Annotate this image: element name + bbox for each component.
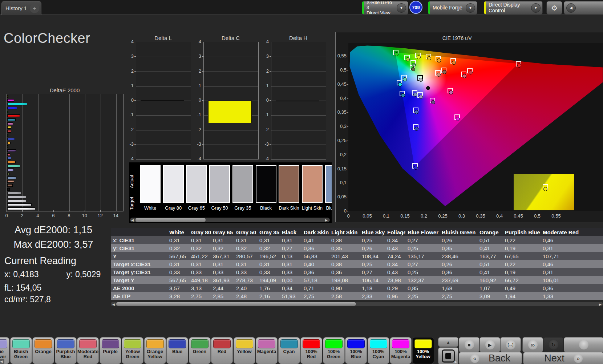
cie-y-tick: 0,15 [336,166,347,171]
add-tab-button[interactable]: + [30,4,39,13]
deltae-chart [7,94,124,211]
scroll-left-icon[interactable]: ◀ [130,218,135,222]
patch-button-yellow[interactable]: Yellow [234,337,255,364]
patch-button-100-magenta[interactable]: 100% Magenta [390,337,412,364]
patch-color-chip [146,339,164,348]
table-cell: 0,31 [234,236,257,244]
blank-button[interactable] [564,337,603,352]
tick-mark [134,56,136,57]
display-dropdown[interactable]: Direct Display Control ▼ [484,1,543,15]
patch-button-moderate-red[interactable]: Moderate Red [77,337,99,364]
cie-measure-dot [427,56,431,60]
stop-button[interactable]: ■ [459,337,479,352]
deltae-bar [7,126,11,129]
cie-measure-dot [419,95,423,99]
settings-button[interactable]: ⚙ [546,1,562,15]
swatch-scrollbar[interactable]: ◀ ▶ [130,218,330,222]
tick-mark [347,141,348,141]
meter-dropdown[interactable]: X-Rite i1Pro 3 Direct View ▼ [362,1,408,15]
patch-button-orange[interactable]: Orange [32,337,54,364]
patch-color-chip [12,339,30,348]
row-label: Y [111,252,167,260]
delta-chart-delta-l [136,42,191,159]
source-dropdown[interactable]: Mobile Forge ▼ [428,1,477,15]
patch-button-green[interactable]: Green [189,337,211,364]
table-cell: 567,65 [167,252,189,260]
patch-button-bluish-green[interactable]: Bluish Green [10,337,32,364]
target-709-badge[interactable]: 709 [409,1,422,14]
patch-button-cyan[interactable]: Cyan [278,337,300,364]
scroll-right-icon[interactable]: ▶ [598,302,603,307]
patch-button-100-green[interactable]: 100% Green [323,337,345,364]
swatch-gray-35 [232,165,253,203]
patch-button-magenta[interactable]: Magenta [256,337,278,364]
table-row: ΔE 20003,573,132,442,401,760,340,710,901… [111,284,603,292]
cie-measure-dot [449,90,453,94]
table-scrollbar-thumb[interactable] [116,302,356,306]
pattern-up-button[interactable]: ▲ [438,337,458,347]
patch-scroll-right-icon[interactable]: ▶ [453,360,458,364]
tick-mark [270,56,271,57]
swatch-blue-sky [325,165,332,203]
deltae-bar [7,138,15,140]
patch-button-100-cyan[interactable]: 100% Cyan [368,337,389,364]
tab-history-1[interactable]: History 1 + [1,1,41,15]
cie-zoom-inset [514,174,574,210]
deltae-bar [7,180,14,183]
scroll-left-icon[interactable]: ◀ [111,302,116,307]
patch-color-chip [0,339,7,348]
patch-button-100-yellow[interactable]: 100% Yellow [412,337,434,364]
cie-measure-dot [414,166,418,170]
table-cell: 567,65 [167,276,189,284]
collapse-panel-button[interactable]: ◀ [564,1,603,15]
row-label: ΔE ITP [111,292,167,300]
next-button[interactable]: Next » [523,352,603,364]
gridline [271,72,326,72]
patch-button-purplish-blue[interactable]: Purplish Blue [55,337,77,364]
back-button[interactable]: « Back [459,352,522,364]
patch-button-100-red[interactable]: 100% Red [300,337,322,364]
swatch-scrollbar-thumb[interactable] [135,218,206,222]
table-cell: 0,00 [280,276,302,284]
table-cell: 2,48 [234,292,257,300]
tick-mark [100,210,101,212]
chevron-down-icon: ▼ [397,3,406,13]
scroll-right-icon[interactable]: ▶ [324,218,329,222]
patch-label: Moderate Red [77,349,98,360]
table-cell: 0,38 [329,236,360,244]
patch-button-blue[interactable]: Blue [166,337,188,364]
tick-mark [270,71,271,72]
patch-button-orange-yellow[interactable]: Orange Yellow [144,337,166,364]
table-cell: 73,98 [385,276,405,284]
patch-button-purple[interactable]: Purple [100,337,121,364]
swatch-label: Gray 50 [209,205,231,211]
deltae-bar [7,157,11,159]
play-button[interactable]: ▶ [479,337,500,352]
patch-button-red[interactable]: Red [211,337,233,364]
table-cell: 0,31 [211,236,234,244]
deltae-bar [7,184,13,187]
cie-measure-dot [431,100,435,104]
table-cell: 163,77 [477,252,503,260]
table-scrollbar[interactable]: ◀ ▶ [111,302,603,306]
gridline [271,145,326,145]
step-button[interactable]: [↔] [500,337,521,352]
loop-button[interactable]: ∞ [522,337,543,352]
table-cell: 0,32 [257,244,280,252]
tick-mark [134,100,136,101]
tick-mark [347,211,348,211]
delta-y-tick: -4 [192,156,201,161]
swatch-label: Dark Skin [278,205,300,211]
table-cell: 0,29 [385,284,405,292]
patch-button-yellow-green[interactable]: Yellow Green [122,337,143,364]
patch-button-100-blue[interactable]: 100% Blue [345,337,367,364]
refresh-button[interactable]: ↻ [543,337,564,352]
delta-chart-title: Delta H [271,35,325,41]
deltae-bar [7,149,16,152]
column-header: Gray 65 [211,228,234,236]
table-cell: 0,33 [280,268,302,276]
cie-y-tick: 0,4 [336,96,347,101]
table-cell: 0,43 [385,244,405,252]
tick-mark [202,159,203,159]
patch-scroll-left-icon[interactable]: ◀ [0,359,4,364]
